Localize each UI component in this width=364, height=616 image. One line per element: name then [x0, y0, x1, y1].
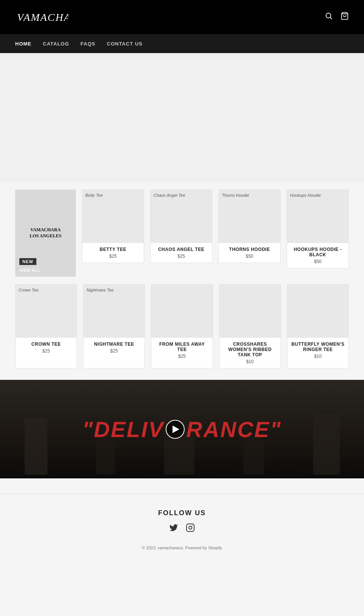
from-miles-away-tee-placeholder — [151, 285, 212, 337]
hookups-hoodie-info: Hookups Hoodie - Black $50 — [287, 243, 348, 268]
product-hookups-hoodie[interactable]: Hookups Hoodie Hookups Hoodie - Black $5… — [287, 190, 349, 268]
view-all-label: VIEW ALL — [19, 268, 40, 273]
product-nightmare-tee[interactable]: Nightmare Tee Nightmare Tee $25 — [83, 284, 145, 368]
nightmare-tee-image-label: Nightmare Tee — [86, 288, 114, 292]
from-miles-away-tee-price: $25 — [155, 354, 209, 359]
follow-us-label: FOLLOW US — [8, 509, 356, 517]
crosshares-tank-price: $10 — [223, 359, 277, 364]
chaos-angel-tee-placeholder — [151, 190, 212, 243]
video-title-area: "DELIV RANCE" — [82, 417, 282, 442]
video-section[interactable]: "DELIV RANCE" — [0, 380, 364, 478]
chaos-angel-tee-image-label: Chaos Angel Tee — [154, 193, 185, 197]
butterfly-tee-price: $10 — [291, 354, 345, 359]
thorns-hoodie-price: $50 — [223, 254, 276, 259]
nav-contact[interactable]: CONTACT US — [107, 41, 143, 47]
hookups-hoodie-price: $50 — [291, 259, 345, 264]
site-logo[interactable]: VAMACHARA — [15, 6, 68, 28]
betty-tee-image-label: Betty Tee — [85, 193, 103, 197]
product-thorns-hoodie[interactable]: Thorns Hoodie Thorns Hoodie $50 — [218, 190, 281, 263]
hookups-hoodie-image-label: Hookups Hoodie — [290, 193, 321, 197]
crown-tee-image: Crown Tee — [16, 285, 77, 338]
product-butterfly-tee[interactable]: BUTTERFLY WOMEN'S RINGER TEE $10 — [287, 284, 349, 368]
social-icons — [8, 523, 356, 534]
nightmare-tee-info: Nightmare Tee $25 — [83, 338, 144, 357]
butterfly-tee-image — [287, 285, 348, 338]
nightmare-tee-image: Nightmare Tee — [83, 285, 144, 338]
betty-tee-name: Betty Tee — [86, 247, 140, 252]
nightmare-tee-name: Nightmare Tee — [87, 342, 141, 347]
hookups-hoodie-image: Hookups Hoodie — [287, 190, 348, 243]
crosshares-tank-info: CROSSHARES WOMEN'S RIBBED TANK TOP $10 — [220, 338, 281, 368]
crosshares-tank-placeholder — [220, 285, 281, 337]
betty-tee-price: $25 — [86, 254, 140, 259]
svg-rect-4 — [187, 524, 194, 531]
crosshares-tank-name: CROSSHARES WOMEN'S RIBBED TANK TOP — [223, 342, 277, 357]
product-betty-tee[interactable]: Betty Tee Betty Tee $25 — [82, 190, 144, 263]
product-chaos-angel-tee[interactable]: Chaos Angel Tee Chaos Angel Tee $25 — [150, 190, 212, 263]
betty-tee-image: Betty Tee — [82, 190, 144, 243]
crown-tee-name: Crown Tee — [19, 342, 73, 347]
header-actions — [325, 12, 349, 22]
product-crosshares-tank[interactable]: CROSSHARES WOMEN'S RIBBED TANK TOP $10 — [219, 284, 281, 368]
crown-tee-price: $25 — [19, 348, 73, 354]
site-header: VAMACHARA — [0, 0, 364, 34]
nav-catalog[interactable]: CATALOG — [43, 41, 69, 47]
betty-tee-info: Betty Tee $25 — [82, 243, 144, 263]
new-badge: NEW — [19, 258, 36, 265]
main-nav: HOME CATALOG FAQS CONTACT US — [0, 34, 364, 53]
product-from-miles-away-tee[interactable]: From Miles Away Tee $25 — [151, 284, 213, 368]
nightmare-tee-placeholder — [83, 285, 144, 337]
thorns-hoodie-image: Thorns Hoodie — [219, 190, 280, 243]
product-row-2: Crown Tee Crown Tee $25 Nightmare Tee Ni… — [15, 284, 349, 368]
product-crown-tee[interactable]: Crown Tee Crown Tee $25 — [15, 284, 77, 368]
chaos-angel-tee-price: $25 — [154, 254, 208, 259]
product-row-1: VAMACHARALOS ANGELES NEW VIEW ALL Betty … — [15, 190, 349, 277]
crown-tee-info: Crown Tee $25 — [16, 338, 77, 357]
main-content: VAMACHARALOS ANGELES NEW VIEW ALL Betty … — [0, 182, 364, 494]
hookups-hoodie-placeholder — [287, 190, 348, 243]
butterfly-tee-placeholder — [287, 285, 348, 337]
twitter-icon[interactable] — [169, 523, 178, 534]
video-title-part1: "DELIV — [82, 417, 164, 442]
svg-line-2 — [330, 17, 332, 19]
thorns-hoodie-info: Thorns Hoodie $50 — [219, 243, 280, 263]
nav-home[interactable]: HOME — [15, 41, 31, 47]
thorns-hoodie-placeholder — [219, 190, 280, 243]
from-miles-away-tee-info: From Miles Away Tee $25 — [151, 338, 212, 363]
from-miles-away-tee-name: From Miles Away Tee — [155, 342, 209, 352]
thorns-hoodie-image-label: Thorns Hoodie — [222, 193, 249, 197]
crown-tee-placeholder — [16, 285, 77, 337]
betty-tee-placeholder — [82, 190, 144, 243]
instagram-icon[interactable] — [186, 523, 195, 534]
video-title-part2: RANCE" — [186, 417, 282, 442]
search-icon[interactable] — [325, 12, 333, 22]
logo-svg: VAMACHARA — [15, 6, 68, 25]
site-footer: FOLLOW US © 2023, vamacharaca. Powered b… — [0, 494, 364, 558]
chaos-angel-tee-image: Chaos Angel Tee — [151, 190, 212, 243]
hero-section — [0, 53, 364, 182]
featured-item[interactable]: VAMACHARALOS ANGELES NEW VIEW ALL — [15, 190, 76, 277]
butterfly-tee-info: BUTTERFLY WOMEN'S RINGER TEE $10 — [287, 338, 348, 363]
thorns-hoodie-name: Thorns Hoodie — [223, 247, 276, 252]
from-miles-away-tee-image — [151, 285, 212, 338]
play-triangle-icon — [173, 425, 179, 433]
chaos-angel-tee-name: Chaos Angel Tee — [154, 247, 208, 252]
svg-point-1 — [326, 13, 331, 18]
crosshares-tank-image — [220, 285, 281, 338]
featured-brand-text: VAMACHARALOS ANGELES — [30, 227, 61, 239]
cart-icon[interactable] — [340, 12, 349, 22]
crown-tee-image-label: Crown Tee — [19, 288, 39, 292]
play-button[interactable] — [166, 420, 185, 439]
nightmare-tee-price: $25 — [87, 348, 141, 354]
svg-text:VAMACHARA: VAMACHARA — [17, 11, 68, 23]
chaos-angel-tee-info: Chaos Angel Tee $25 — [151, 243, 212, 263]
hookups-hoodie-name: Hookups Hoodie - Black — [291, 247, 345, 257]
butterfly-tee-name: BUTTERFLY WOMEN'S RINGER TEE — [291, 342, 345, 352]
nav-faqs[interactable]: FAQS — [80, 41, 95, 47]
footer-copyright: © 2023, vamacharaca. Powered by Shopify — [8, 545, 356, 550]
